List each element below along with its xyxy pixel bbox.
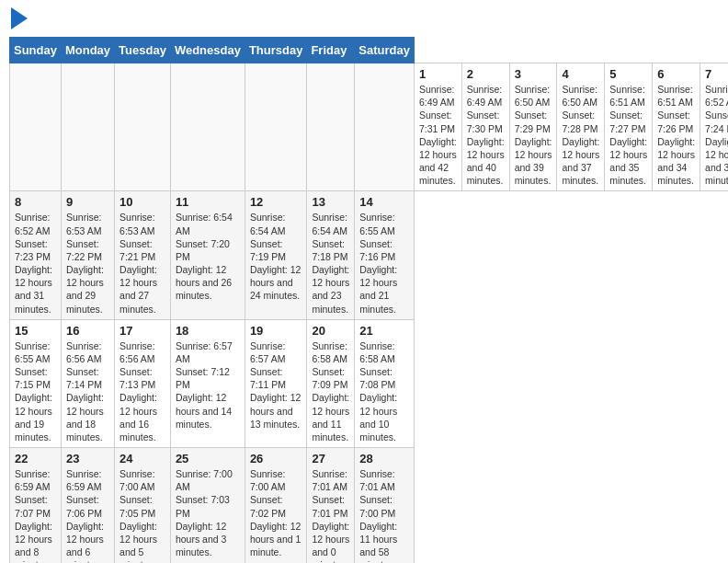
calendar-cell: 21 Sunrise: 6:58 AM Sunset: 7:08 PM Dayl… [355,319,415,447]
day-info: Sunrise: 6:55 AM Sunset: 7:15 PM Dayligh… [15,339,56,443]
logo-arrow-icon [11,7,28,29]
day-info: Sunrise: 6:59 AM Sunset: 7:07 PM Dayligh… [15,467,56,563]
calendar-cell: 22 Sunrise: 6:59 AM Sunset: 7:07 PM Dayl… [10,448,62,563]
col-header-friday: Friday [307,38,355,63]
calendar-cell: 17 Sunrise: 6:56 AM Sunset: 7:13 PM Dayl… [115,319,171,447]
day-number: 15 [15,324,56,338]
day-number: 21 [359,324,409,338]
calendar-cell: 10 Sunrise: 6:53 AM Sunset: 7:21 PM Dayl… [115,191,171,319]
day-number: 27 [312,452,349,465]
calendar-cell: 26 Sunrise: 7:00 AM Sunset: 7:02 PM Dayl… [245,448,307,563]
week-row-2: 8 Sunrise: 6:52 AM Sunset: 7:23 PM Dayli… [10,191,729,319]
col-header-thursday: Thursday [245,38,307,63]
col-header-sunday: Sunday [10,38,62,63]
calendar-cell: 1 Sunrise: 6:49 AM Sunset: 7:31 PM Dayli… [414,63,461,191]
calendar-cell: 19 Sunrise: 6:57 AM Sunset: 7:11 PM Dayl… [245,319,307,447]
day-number: 8 [15,195,56,209]
col-header-wednesday: Wednesday [170,38,245,63]
day-info: Sunrise: 6:58 AM Sunset: 7:08 PM Dayligh… [359,339,409,443]
day-number: 2 [467,67,505,81]
day-number: 16 [66,324,109,338]
day-number: 10 [119,195,165,209]
col-header-tuesday: Tuesday [115,38,171,63]
calendar-cell [355,63,415,191]
day-info: Sunrise: 6:49 AM Sunset: 7:31 PM Dayligh… [419,83,457,187]
day-number: 11 [176,195,240,209]
day-number: 14 [359,195,409,209]
calendar-table: SundayMondayTuesdayWednesdayThursdayFrid… [9,37,728,563]
calendar-cell: 5 Sunrise: 6:51 AM Sunset: 7:27 PM Dayli… [605,63,653,191]
day-info: Sunrise: 6:54 AM Sunset: 7:20 PM Dayligh… [176,211,240,302]
week-row-4: 22 Sunrise: 6:59 AM Sunset: 7:07 PM Dayl… [10,448,729,563]
day-number: 25 [176,452,240,465]
day-number: 17 [119,324,165,338]
day-info: Sunrise: 6:58 AM Sunset: 7:09 PM Dayligh… [312,339,349,443]
day-info: Sunrise: 6:50 AM Sunset: 7:28 PM Dayligh… [562,83,599,187]
page-header [9,9,719,29]
day-number: 20 [312,324,349,338]
day-number: 9 [66,195,109,209]
day-info: Sunrise: 6:57 AM Sunset: 7:11 PM Dayligh… [250,339,302,431]
day-info: Sunrise: 6:53 AM Sunset: 7:22 PM Dayligh… [66,211,109,315]
calendar-cell: 15 Sunrise: 6:55 AM Sunset: 7:15 PM Dayl… [10,319,62,447]
week-row-1: 1 Sunrise: 6:49 AM Sunset: 7:31 PM Dayli… [10,63,729,191]
day-info: Sunrise: 6:50 AM Sunset: 7:29 PM Dayligh… [515,83,552,187]
day-number: 19 [250,324,302,338]
calendar-cell: 14 Sunrise: 6:55 AM Sunset: 7:16 PM Dayl… [355,191,415,319]
calendar-cell [245,63,307,191]
day-number: 7 [705,67,728,81]
day-number: 23 [66,452,109,465]
day-number: 22 [15,452,56,465]
calendar-cell [170,63,245,191]
day-info: Sunrise: 6:51 AM Sunset: 7:26 PM Dayligh… [657,83,695,187]
day-number: 28 [359,452,409,465]
day-info: Sunrise: 6:56 AM Sunset: 7:13 PM Dayligh… [119,339,165,443]
day-info: Sunrise: 7:01 AM Sunset: 7:01 PM Dayligh… [312,467,349,563]
day-info: Sunrise: 6:57 AM Sunset: 7:12 PM Dayligh… [176,339,240,431]
day-info: Sunrise: 6:56 AM Sunset: 7:14 PM Dayligh… [66,339,109,443]
day-info: Sunrise: 6:54 AM Sunset: 7:18 PM Dayligh… [312,211,349,315]
calendar-cell: 25 Sunrise: 7:00 AM Sunset: 7:03 PM Dayl… [170,448,245,563]
day-number: 4 [562,67,599,81]
day-info: Sunrise: 7:00 AM Sunset: 7:05 PM Dayligh… [119,467,165,563]
day-number: 12 [250,195,302,209]
day-info: Sunrise: 6:52 AM Sunset: 7:24 PM Dayligh… [705,83,728,187]
day-info: Sunrise: 6:59 AM Sunset: 7:06 PM Dayligh… [66,467,109,563]
calendar-cell [10,63,62,191]
col-header-monday: Monday [61,38,114,63]
calendar-cell: 6 Sunrise: 6:51 AM Sunset: 7:26 PM Dayli… [653,63,700,191]
day-info: Sunrise: 6:51 AM Sunset: 7:27 PM Dayligh… [609,83,647,187]
day-number: 24 [119,452,165,465]
calendar-cell: 24 Sunrise: 7:00 AM Sunset: 7:05 PM Dayl… [115,448,171,563]
calendar-cell: 2 Sunrise: 6:49 AM Sunset: 7:30 PM Dayli… [461,63,509,191]
day-number: 5 [609,67,647,81]
day-info: Sunrise: 6:54 AM Sunset: 7:19 PM Dayligh… [250,211,302,302]
calendar-cell: 23 Sunrise: 6:59 AM Sunset: 7:06 PM Dayl… [61,448,114,563]
calendar-cell [307,63,355,191]
calendar-cell: 8 Sunrise: 6:52 AM Sunset: 7:23 PM Dayli… [10,191,62,319]
week-row-3: 15 Sunrise: 6:55 AM Sunset: 7:15 PM Dayl… [10,319,729,447]
calendar-cell [61,63,114,191]
day-info: Sunrise: 7:01 AM Sunset: 7:00 PM Dayligh… [359,467,409,563]
day-info: Sunrise: 6:55 AM Sunset: 7:16 PM Dayligh… [359,211,409,315]
calendar-cell: 9 Sunrise: 6:53 AM Sunset: 7:22 PM Dayli… [61,191,114,319]
day-info: Sunrise: 7:00 AM Sunset: 7:03 PM Dayligh… [176,467,240,558]
day-info: Sunrise: 6:52 AM Sunset: 7:23 PM Dayligh… [15,211,56,315]
day-info: Sunrise: 7:00 AM Sunset: 7:02 PM Dayligh… [250,467,302,558]
day-number: 26 [250,452,302,465]
calendar-cell: 16 Sunrise: 6:56 AM Sunset: 7:14 PM Dayl… [61,319,114,447]
day-info: Sunrise: 6:49 AM Sunset: 7:30 PM Dayligh… [467,83,505,187]
day-info: Sunrise: 6:53 AM Sunset: 7:21 PM Dayligh… [119,211,165,315]
day-number: 1 [419,67,457,81]
day-number: 18 [176,324,240,338]
calendar-cell: 11 Sunrise: 6:54 AM Sunset: 7:20 PM Dayl… [170,191,245,319]
day-number: 13 [312,195,349,209]
calendar-cell: 3 Sunrise: 6:50 AM Sunset: 7:29 PM Dayli… [509,63,557,191]
calendar-cell: 7 Sunrise: 6:52 AM Sunset: 7:24 PM Dayli… [700,63,728,191]
logo [9,9,28,29]
calendar-cell: 20 Sunrise: 6:58 AM Sunset: 7:09 PM Dayl… [307,319,355,447]
calendar-cell: 28 Sunrise: 7:01 AM Sunset: 7:00 PM Dayl… [355,448,415,563]
calendar-cell: 4 Sunrise: 6:50 AM Sunset: 7:28 PM Dayli… [557,63,605,191]
calendar-cell: 27 Sunrise: 7:01 AM Sunset: 7:01 PM Dayl… [307,448,355,563]
day-number: 6 [657,67,695,81]
